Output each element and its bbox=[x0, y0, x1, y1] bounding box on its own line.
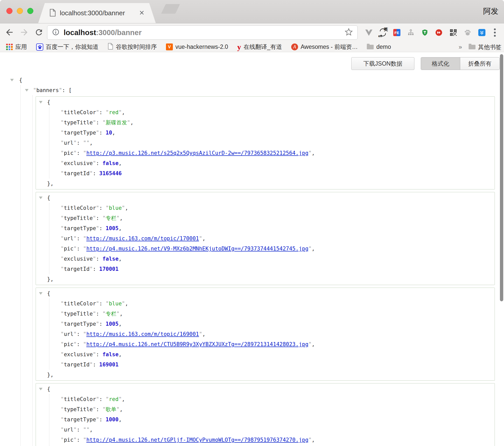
url-text: localhost:3000/banner bbox=[64, 28, 345, 37]
vertical-scrollbar-thumb[interactable] bbox=[500, 54, 503, 301]
bookmark-apps[interactable]: 应用 bbox=[6, 43, 27, 51]
quote: " bbox=[93, 351, 96, 358]
json-field-line-url: "url": "http://music.163.com/m/topic/170… bbox=[49, 233, 495, 244]
bookmark-label: 百度一下，你就知道 bbox=[46, 43, 99, 51]
json-key: url bbox=[64, 331, 74, 337]
comma: , bbox=[112, 130, 115, 136]
json-link-value[interactable]: http://music.163.com/m/topic/170001 bbox=[86, 235, 199, 242]
fehelper-extension-icon[interactable]: FE bbox=[390, 26, 403, 39]
folder-icon bbox=[367, 45, 374, 49]
bookmark-google-sort[interactable]: 谷歌按时间排序 bbox=[108, 43, 157, 51]
json-field-line-targetId: "targetId": 169001 bbox=[49, 360, 495, 370]
bookmark-label: 谷歌按时间排序 bbox=[116, 43, 157, 51]
quote: " bbox=[61, 351, 64, 358]
fullscreen-window-button[interactable] bbox=[27, 8, 33, 14]
close-tab-icon[interactable] bbox=[139, 10, 145, 17]
close-window-button[interactable] bbox=[6, 8, 12, 14]
quote: " bbox=[93, 215, 96, 221]
bookmark-vue-hackernews[interactable]: V vue-hackernews-2.0 bbox=[166, 43, 228, 50]
browser-menu-icon[interactable] bbox=[490, 26, 500, 39]
new-tab-button[interactable] bbox=[161, 4, 180, 14]
collapse-toggle-icon[interactable] bbox=[39, 292, 43, 295]
json-link-value[interactable]: http://p4.music.126.net/V9-MXz6b2MNhEKju… bbox=[86, 246, 308, 252]
qr-code-icon[interactable] bbox=[447, 26, 460, 39]
collapse-toggle-icon[interactable] bbox=[39, 197, 43, 199]
comma: , bbox=[312, 437, 315, 443]
quote: " bbox=[96, 225, 99, 231]
json-key: exclusive bbox=[64, 160, 93, 166]
collapse-toggle-icon[interactable] bbox=[39, 101, 43, 103]
video-downloader-icon[interactable] bbox=[432, 26, 445, 39]
format-button[interactable]: 格式化 bbox=[421, 57, 460, 70]
comma: , bbox=[90, 427, 93, 433]
json-link-value[interactable]: http://p4.music.126.net/CTU5B9R9y3XyYBZX… bbox=[86, 341, 308, 347]
download-json-button[interactable]: 下载JSON数据 bbox=[351, 57, 414, 70]
colon: : bbox=[77, 150, 83, 156]
quote: " bbox=[61, 225, 64, 231]
forward-button[interactable] bbox=[18, 26, 31, 39]
json-object-close-line: }, bbox=[36, 370, 495, 380]
json-field-line-typeTitle: "typeTitle": "歌单", bbox=[49, 404, 495, 414]
quote: " bbox=[83, 331, 87, 337]
collapse-toggle-icon[interactable] bbox=[39, 388, 43, 390]
quote: " bbox=[61, 427, 64, 433]
colon: : bbox=[77, 437, 83, 443]
quote: " bbox=[61, 321, 64, 327]
bookmark-youdao[interactable]: y 在线翻译_有道 bbox=[237, 43, 282, 51]
quote: " bbox=[61, 256, 64, 262]
json-key: exclusive bbox=[64, 351, 93, 358]
reload-button[interactable] bbox=[33, 26, 45, 39]
translate-en-glyph: en bbox=[378, 34, 382, 38]
colon: : bbox=[99, 130, 106, 136]
other-bookmarks-folder[interactable]: 其他书签 bbox=[469, 43, 501, 51]
json-object-close-line: }, bbox=[36, 179, 495, 189]
quote: " bbox=[61, 301, 64, 307]
bookmark-baidu[interactable]: 百度一下，你就知道 bbox=[36, 43, 99, 51]
json-object-fields: "titleColor": "blue","typeTitle": "专栏","… bbox=[49, 203, 495, 274]
object-close-brace: }, bbox=[47, 181, 53, 187]
address-bar[interactable]: localhost:3000/banner bbox=[47, 25, 358, 40]
colon: : bbox=[96, 160, 102, 166]
quote: " bbox=[61, 235, 64, 242]
collapse-all-button[interactable]: 折叠所有 bbox=[460, 57, 499, 70]
json-literal-value: 170001 bbox=[99, 266, 119, 272]
quote: " bbox=[61, 331, 64, 337]
quote: " bbox=[83, 150, 87, 156]
site-info-icon[interactable] bbox=[52, 28, 60, 37]
json-link-value[interactable]: http://p3.music.126.net/s25q2x5QyqsAzilC… bbox=[86, 150, 308, 156]
quote: " bbox=[116, 406, 120, 412]
json-link-value[interactable]: http://music.163.com/m/topic/169001 bbox=[86, 331, 199, 337]
tampermonkey-shield-icon[interactable] bbox=[418, 26, 431, 39]
quote: " bbox=[90, 362, 93, 368]
json-string-value: red bbox=[109, 396, 119, 402]
colon: : bbox=[77, 140, 83, 146]
collapse-toggle-icon[interactable] bbox=[10, 79, 14, 81]
bookmark-awesomes[interactable]: A Awesomes - 前端资… bbox=[291, 43, 358, 51]
json-literal-value: 169001 bbox=[99, 362, 119, 368]
comma: , bbox=[119, 351, 122, 358]
bookmarks-overflow-chevron[interactable]: » bbox=[459, 43, 462, 51]
quote: " bbox=[96, 417, 99, 423]
json-link-value[interactable]: http://p4.music.126.net/tGPljf-IMOCyPvum… bbox=[86, 437, 308, 443]
translate-extension-icon[interactable]: 英 en bbox=[376, 26, 389, 39]
collapse-toggle-icon[interactable] bbox=[25, 89, 29, 92]
vue-devtools-icon[interactable] bbox=[362, 26, 375, 39]
active-tab[interactable]: localhost:3000/banner bbox=[38, 3, 156, 23]
json-literal-value: 1005 bbox=[106, 225, 119, 231]
back-button[interactable] bbox=[3, 26, 16, 39]
colon: : bbox=[77, 235, 83, 242]
minimize-window-button[interactable] bbox=[17, 8, 23, 14]
blue-chevron-extension-icon[interactable] bbox=[475, 26, 488, 39]
quote: " bbox=[127, 120, 130, 126]
json-object-open-line: { bbox=[36, 288, 495, 299]
sitemap-extension-icon[interactable] bbox=[404, 26, 417, 39]
json-object-fields: "titleColor": "red","typeTitle": "歌单","t… bbox=[49, 394, 495, 446]
bookmark-star-icon[interactable] bbox=[345, 28, 353, 37]
profile-name[interactable]: 阿发 bbox=[483, 6, 498, 17]
quote: " bbox=[309, 437, 312, 443]
json-field-line-pic: "pic": "http://p4.music.126.net/CTU5B9R9… bbox=[49, 339, 495, 349]
paw-extension-icon[interactable] bbox=[461, 26, 474, 39]
bookmark-folder-demo[interactable]: demo bbox=[367, 43, 391, 50]
json-field-line-pic: "pic": "http://p3.music.126.net/s25q2x5Q… bbox=[49, 148, 495, 158]
colon: : bbox=[99, 301, 106, 307]
